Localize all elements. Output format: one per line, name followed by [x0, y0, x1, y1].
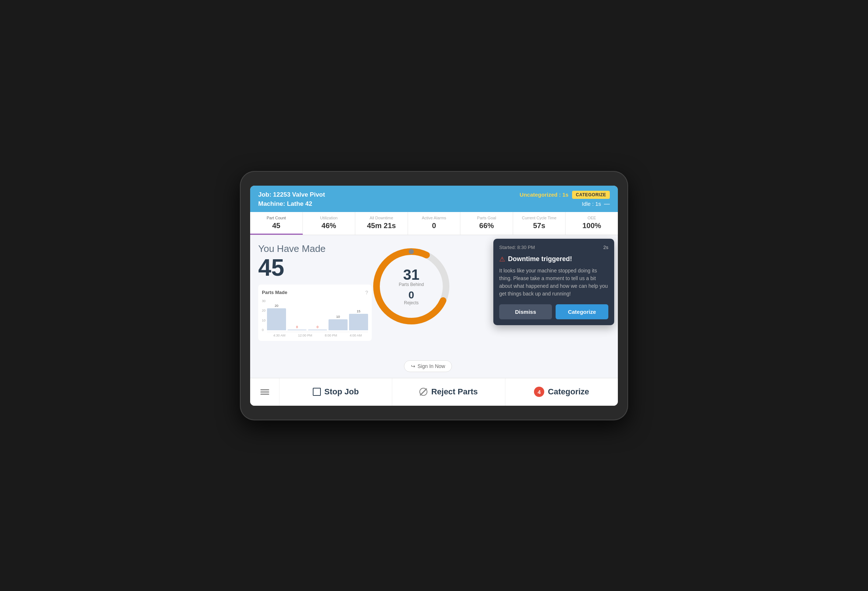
y-label-10: 10 [262, 318, 266, 322]
stat-label-goal: Parts Goal [462, 216, 511, 220]
main-content: You Have Made 45 Parts Made ? 30 20 10 0 [250, 235, 618, 378]
popup-body: It looks like your machine stopped doing… [499, 267, 608, 298]
bar-1 [267, 308, 286, 330]
parts-chart: Parts Made ? 30 20 10 0 20 [258, 284, 372, 341]
idle-status: Idle : 1s [582, 200, 601, 207]
bar-group-4: 10 [329, 315, 348, 330]
popup-title: Downtime triggered! [508, 255, 572, 263]
bar-group-2: 0 [288, 325, 307, 330]
rejects-count: 0 [399, 290, 424, 300]
stat-label-alarms: Active Alarms [410, 216, 458, 220]
hamburger-line-3 [260, 394, 269, 395]
bar-5 [349, 314, 368, 330]
header-categorize-button[interactable]: CATEGORIZE [572, 191, 610, 199]
stat-label-cycle: Current Cycle Time [515, 216, 563, 220]
stat-part-count[interactable]: Part Count 45 [250, 212, 303, 235]
stat-label-oee: OEE [568, 216, 616, 220]
idle-dash: — [604, 200, 610, 207]
menu-button[interactable] [250, 378, 279, 406]
stat-utilization[interactable]: Utilization 46% [303, 212, 356, 235]
stop-job-button[interactable]: Stop Job [279, 378, 392, 406]
job-label: Job: 12253 Valve Pivot [258, 191, 325, 199]
stat-value-util: 46% [305, 221, 353, 230]
machine-label: Machine: Lathe 42 [258, 200, 312, 208]
rejects-label: Rejects [399, 300, 424, 305]
reject-parts-icon [419, 388, 427, 396]
popup-categorize-button[interactable]: Categorize [556, 304, 608, 319]
donut-chart: 31 Parts Behind 0 Rejects [368, 242, 455, 330]
stat-cycle-time[interactable]: Current Cycle Time 57s [513, 212, 566, 235]
tablet-frame: Job: 12253 Valve Pivot Uncategorized : 1… [240, 171, 628, 420]
tablet-screen: Job: 12253 Valve Pivot Uncategorized : 1… [250, 186, 618, 406]
bar-value-3: 0 [317, 325, 319, 329]
chart-title: Parts Made [262, 290, 287, 295]
popup-time: 2s [603, 245, 608, 250]
stat-value-goal: 66% [462, 221, 511, 230]
reject-parts-label: Reject Parts [431, 387, 478, 396]
stat-label-part-count: Part Count [252, 216, 300, 220]
x-label-2: 12:00 PM [298, 334, 312, 337]
categorize-label: Categorize [548, 387, 589, 396]
bar-3 [308, 330, 327, 330]
categorize-button[interactable]: 4 Categorize [505, 378, 618, 406]
stat-value-part-count: 45 [252, 221, 300, 230]
stat-active-alarms[interactable]: Active Alarms 0 [408, 212, 461, 235]
y-label-30: 30 [262, 299, 266, 303]
popup-title-row: ⚠ Downtime triggered! [499, 255, 608, 263]
stop-job-icon [313, 388, 321, 396]
stats-bar: Part Count 45 Utilization 46% All Downti… [250, 212, 618, 235]
stat-all-downtime[interactable]: All Downtime 45m 21s [355, 212, 408, 235]
bar-value-1: 20 [275, 304, 278, 308]
stat-label-downtime: All Downtime [357, 216, 406, 220]
popup-header: Started: 8:30 PM 2s [499, 245, 608, 250]
svg-point-2 [409, 249, 414, 254]
reject-parts-button[interactable]: Reject Parts [392, 378, 505, 406]
bar-group-5: 15 [349, 310, 368, 330]
bar-2 [288, 330, 307, 330]
sign-in-label: Sign In Now [418, 363, 445, 369]
hamburger-line-1 [260, 389, 269, 391]
bottom-bar: Stop Job Reject Parts 4 Categorize [250, 378, 618, 406]
x-label-3: 8:00 PM [325, 334, 337, 337]
x-label-4: 4:00 AM [350, 334, 362, 337]
stat-value-alarms: 0 [410, 221, 458, 230]
uncategorized-status: Uncategorized : 1s [520, 192, 568, 198]
stat-parts-goal[interactable]: Parts Goal 66% [461, 212, 513, 235]
stat-oee[interactable]: OEE 100% [565, 212, 618, 235]
stat-value-oee: 100% [568, 221, 616, 230]
header: Job: 12253 Valve Pivot Uncategorized : 1… [250, 186, 618, 212]
sign-in-button[interactable]: ↪ Sign In Now [404, 360, 452, 372]
bar-group-3: 0 [308, 325, 327, 330]
x-label-1: 4:30 AM [273, 334, 285, 337]
parts-behind-label: Parts Behind [399, 282, 424, 287]
popup-dismiss-button[interactable]: Dismiss [499, 304, 552, 319]
signin-arrow-icon: ↪ [411, 363, 415, 369]
bar-value-4: 10 [336, 315, 340, 318]
chart-bars: 20 0 0 10 [267, 299, 368, 332]
popup-buttons: Dismiss Categorize [499, 304, 608, 319]
popup-started: Started: 8:30 PM [499, 245, 535, 250]
hamburger-line-2 [260, 391, 269, 392]
bar-value-2: 0 [296, 325, 298, 329]
stop-job-label: Stop Job [325, 387, 359, 396]
bar-4 [329, 319, 348, 330]
stat-value-downtime: 45m 21s [357, 221, 406, 230]
y-label-20: 20 [262, 309, 266, 312]
stat-label-util: Utilization [305, 216, 353, 220]
warning-icon: ⚠ [499, 255, 505, 263]
chart-x-labels: 4:30 AM 12:00 PM 8:00 PM 4:00 AM [267, 334, 368, 337]
bar-group-1: 20 [267, 304, 286, 330]
parts-behind-count: 31 [399, 267, 424, 282]
y-label-0: 0 [262, 328, 266, 332]
bar-value-5: 15 [357, 310, 360, 313]
donut-inner: 31 Parts Behind 0 Rejects [399, 267, 424, 305]
downtime-popup: Started: 8:30 PM 2s ⚠ Downtime triggered… [493, 239, 614, 325]
stat-value-cycle: 57s [515, 221, 563, 230]
categorize-badge: 4 [534, 387, 544, 397]
